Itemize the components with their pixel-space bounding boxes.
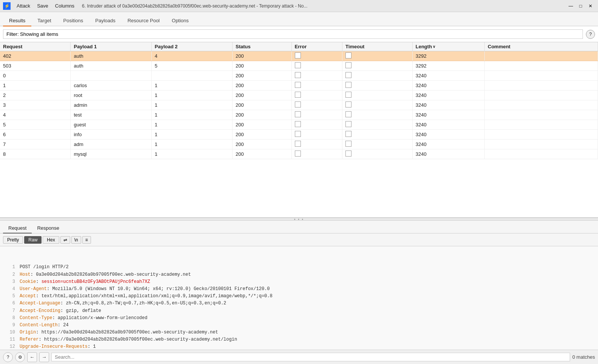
col-timeout: Timeout <box>342 42 413 51</box>
menu-save[interactable]: Save <box>34 2 51 9</box>
line-number: 1 <box>5 264 15 271</box>
line-number: 7 <box>5 307 15 315</box>
render-button[interactable]: ⇌ <box>60 236 70 244</box>
error-checkbox[interactable] <box>295 111 301 117</box>
window-title: 6. Intruder attack of 0a3e00d204ab2b8282… <box>82 3 566 9</box>
timeout-checkbox[interactable] <box>345 62 351 68</box>
tab-payloads[interactable]: Payloads <box>89 15 121 26</box>
timeout-checkbox[interactable] <box>345 121 351 127</box>
search-input[interactable] <box>51 353 570 361</box>
code-line: 9Content-Length: 24 <box>5 322 593 329</box>
table-row[interactable]: 3admin12003240 <box>0 100 598 110</box>
line-content: Upgrade-Insecure-Requests: 1 <box>20 343 96 350</box>
tab-options[interactable]: Options <box>166 15 195 26</box>
table-row[interactable]: 02003240 <box>0 71 598 81</box>
error-checkbox[interactable] <box>295 131 301 137</box>
tab-target[interactable]: Target <box>31 15 57 26</box>
filter-help-button[interactable]: ? <box>586 30 595 39</box>
code-line: 4User-Agent: Mozilla/5.0 (Windows NT 10.… <box>5 286 593 293</box>
timeout-checkbox[interactable] <box>345 52 351 58</box>
timeout-checkbox[interactable] <box>345 82 351 88</box>
code-line: 7Accept-Encoding: gzip, deflate <box>5 307 593 315</box>
col-comment: Comment <box>485 42 598 51</box>
line-number: 3 <box>5 278 15 286</box>
newline-button[interactable]: \n <box>71 236 81 244</box>
table-row[interactable]: 1carlos12003240 <box>0 81 598 91</box>
timeout-checkbox[interactable] <box>345 131 351 137</box>
line-content: Host: 0a3e00d204ab2b82826a0b97005f00ec.w… <box>20 271 191 278</box>
pretty-button[interactable]: Pretty <box>3 236 23 244</box>
error-checkbox[interactable] <box>295 101 301 108</box>
line-content: Origin: https://0a3e00d204ab2b82826a0b97… <box>20 329 218 336</box>
code-area: 1POST /login HTTP/22Host: 0a3e00d204ab2b… <box>0 246 598 350</box>
settings-icon-button[interactable]: ⚙ <box>15 352 25 362</box>
tab-results[interactable]: Results <box>3 15 31 26</box>
code-line: 6Accept-Language: zh-CN,zh;q=0.8,zh-TW;q… <box>5 300 593 307</box>
drag-handle[interactable]: • • • <box>0 218 598 221</box>
timeout-checkbox[interactable] <box>345 141 351 147</box>
code-line: 1POST /login HTTP/2 <box>5 264 593 271</box>
tab-resource-pool[interactable]: Resource Pool <box>122 15 166 26</box>
code-line: 11Referer: https://0a3e00d204ab2b82826a0… <box>5 336 593 343</box>
minimize-button[interactable]: — <box>566 2 575 11</box>
line-number: 6 <box>5 300 15 307</box>
table-row[interactable]: 7adm12003240 <box>0 140 598 149</box>
forward-button[interactable]: → <box>39 352 49 362</box>
tab-positions[interactable]: Positions <box>57 15 89 26</box>
filter-input[interactable] <box>3 29 583 39</box>
menu-columns[interactable]: Columns <box>52 2 77 9</box>
col-payload2: Payload 2 <box>151 42 232 51</box>
error-checkbox[interactable] <box>295 151 301 157</box>
line-content: Accept-Language: zh-CN,zh;q=0.8,zh-TW;q=… <box>20 300 226 307</box>
table-row[interactable]: 8mysql12003240 <box>0 149 598 159</box>
matches-count: 0 matches <box>572 354 595 360</box>
help-icon-button[interactable]: ? <box>3 352 13 362</box>
tab-request[interactable]: Request <box>3 223 32 233</box>
error-checkbox[interactable] <box>295 52 301 58</box>
close-button[interactable]: ✕ <box>586 2 595 11</box>
tab-response[interactable]: Response <box>32 223 65 233</box>
line-number: 8 <box>5 315 15 322</box>
nav-tabs: Results Target Positions Payloads Resour… <box>0 12 598 26</box>
filter-bar: ? <box>0 26 598 42</box>
menu-button[interactable]: ≡ <box>82 236 91 244</box>
hex-button[interactable]: Hex <box>43 236 59 244</box>
error-checkbox[interactable] <box>295 62 301 68</box>
line-number: 10 <box>5 329 15 336</box>
timeout-checkbox[interactable] <box>345 151 351 157</box>
table-row[interactable]: 402auth42003292 <box>0 51 598 61</box>
timeout-checkbox[interactable] <box>345 111 351 117</box>
code-line: 2Host: 0a3e00d204ab2b82826a0b97005f00ec.… <box>5 271 593 278</box>
error-checkbox[interactable] <box>295 72 301 78</box>
line-content: Content-Type: application/x-www-form-url… <box>20 315 147 322</box>
table-row[interactable]: 6info12003240 <box>0 130 598 140</box>
request-response-tabs: Request Response <box>0 221 598 233</box>
code-line: 12Upgrade-Insecure-Requests: 1 <box>5 343 593 350</box>
table-row[interactable]: 5guest12003240 <box>0 120 598 130</box>
error-checkbox[interactable] <box>295 121 301 127</box>
line-content: Accept-Encoding: gzip, deflate <box>20 307 101 315</box>
menu-attack[interactable]: Attack <box>14 2 33 9</box>
back-button[interactable]: ← <box>27 352 37 362</box>
results-table: Request Payload 1 Payload 2 Status Error… <box>0 42 598 159</box>
code-line: 10Origin: https://0a3e00d204ab2b82826a0b… <box>5 329 593 336</box>
window-controls: — □ ✕ <box>566 2 595 11</box>
col-length[interactable]: Length ∨ <box>412 42 484 51</box>
table-row[interactable]: 503auth52003292 <box>0 61 598 71</box>
app-icon: ⚡ <box>3 2 11 10</box>
error-checkbox[interactable] <box>295 82 301 88</box>
menu-items: Attack Save Columns <box>14 2 77 9</box>
error-checkbox[interactable] <box>295 141 301 147</box>
timeout-checkbox[interactable] <box>345 72 351 78</box>
timeout-checkbox[interactable] <box>345 92 351 98</box>
code-line: 3Cookie: session=ucntuBB4zOFy3ABOtPAUjPn… <box>5 278 593 286</box>
line-number: 5 <box>5 293 15 300</box>
maximize-button[interactable]: □ <box>576 2 585 11</box>
timeout-checkbox[interactable] <box>345 101 351 108</box>
col-status: Status <box>233 42 291 51</box>
raw-button[interactable]: Raw <box>24 236 42 244</box>
table-body: 402auth42003292503auth52003292020032401c… <box>0 51 598 159</box>
error-checkbox[interactable] <box>295 92 301 98</box>
table-row[interactable]: 2root12003240 <box>0 91 598 100</box>
table-row[interactable]: 4test12003240 <box>0 110 598 120</box>
